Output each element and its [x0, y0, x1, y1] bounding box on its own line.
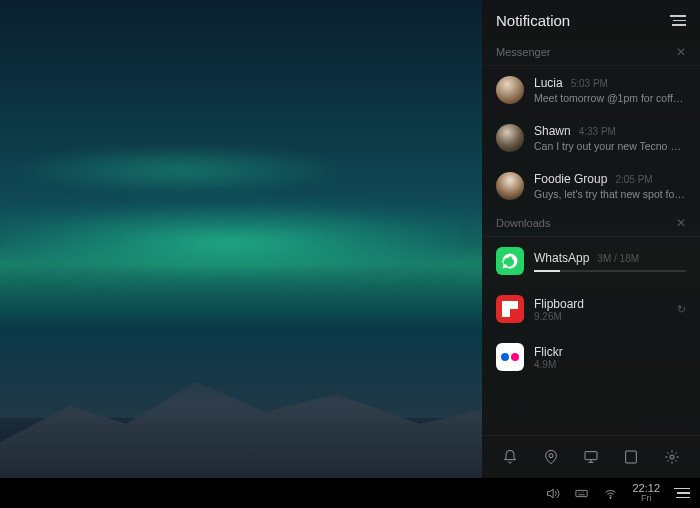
message-time: 5:03 PM [571, 78, 608, 89]
message-sender: Shawn [534, 124, 571, 138]
section-label: Messenger [496, 46, 550, 58]
download-progress-text: 3M / 18M [597, 253, 639, 264]
message-item[interactable]: Lucia 5:03 PM Meet tomorrow @1pm for cof… [482, 66, 700, 114]
avatar [496, 76, 524, 104]
download-name: Flipboard [534, 297, 667, 311]
settings-icon[interactable] [663, 448, 681, 466]
taskbar-clock[interactable]: 22:12 Fri [632, 482, 660, 504]
retry-icon[interactable]: ↻ [677, 303, 686, 316]
tablet-icon[interactable] [622, 448, 640, 466]
clock-day: Fri [632, 494, 660, 504]
wallpaper-aurora [0, 140, 460, 310]
avatar [496, 172, 524, 200]
message-sender: Foodie Group [534, 172, 607, 186]
keyboard-icon[interactable] [574, 486, 589, 501]
monitor-icon[interactable] [582, 448, 600, 466]
message-item[interactable]: Foodie Group 2:05 PM Guys, let's try tha… [482, 162, 700, 210]
message-preview: Meet tomorrow @1pm for coffee? [534, 92, 686, 104]
download-name: WhatsApp [534, 251, 589, 265]
download-size: 4.9M [534, 359, 686, 370]
svg-rect-1 [585, 452, 597, 460]
close-icon[interactable]: ✕ [676, 45, 686, 59]
panel-header: Notification [482, 0, 700, 39]
message-preview: Guys, let's try that new spot for dinner… [534, 188, 686, 200]
bell-icon[interactable] [501, 448, 519, 466]
svg-point-3 [670, 455, 674, 459]
svg-point-5 [610, 497, 611, 498]
message-item[interactable]: Shawn 4:33 PM Can I try out your new Tec… [482, 114, 700, 162]
avatar [496, 124, 524, 152]
download-name: Flickr [534, 345, 686, 359]
taskbar: 22:12 Fri [0, 478, 700, 508]
download-item[interactable]: Flickr 4.9M [482, 333, 700, 381]
whatsapp-icon [496, 247, 524, 275]
section-header-messenger: Messenger ✕ [482, 39, 700, 66]
svg-rect-2 [626, 451, 637, 463]
message-sender: Lucia [534, 76, 563, 90]
section-header-downloads: Downloads ✕ [482, 210, 700, 237]
download-progress-bar [534, 270, 686, 272]
message-time: 4:33 PM [579, 126, 616, 137]
section-label: Downloads [496, 217, 550, 229]
svg-point-0 [549, 454, 553, 458]
flipboard-icon [496, 295, 524, 323]
notification-panel: Notification Messenger ✕ Lucia 5:03 PM M… [482, 0, 700, 478]
volume-icon[interactable] [545, 486, 560, 501]
panel-footer [482, 435, 700, 478]
download-item[interactable]: Flipboard 9.26M ↻ [482, 285, 700, 333]
panel-menu-icon[interactable] [670, 15, 686, 26]
message-preview: Can I try out your new Tecno Remix tab..… [534, 140, 686, 152]
flickr-icon [496, 343, 524, 371]
svg-rect-4 [576, 490, 587, 496]
location-icon[interactable] [542, 448, 560, 466]
download-size: 9.26M [534, 311, 667, 322]
close-icon[interactable]: ✕ [676, 216, 686, 230]
wifi-icon[interactable] [603, 486, 618, 501]
message-time: 2:05 PM [615, 174, 652, 185]
download-item[interactable]: WhatsApp 3M / 18M [482, 237, 700, 285]
taskbar-menu-icon[interactable] [674, 488, 690, 499]
panel-title: Notification [496, 12, 570, 29]
